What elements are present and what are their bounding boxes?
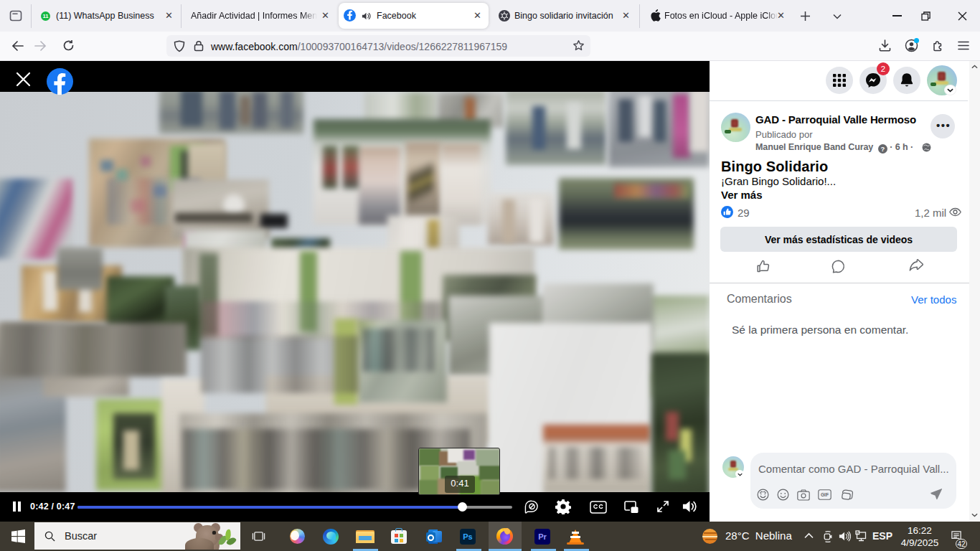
svg-text:GIF: GIF — [821, 492, 829, 497]
svg-text:11: 11 — [42, 13, 49, 19]
